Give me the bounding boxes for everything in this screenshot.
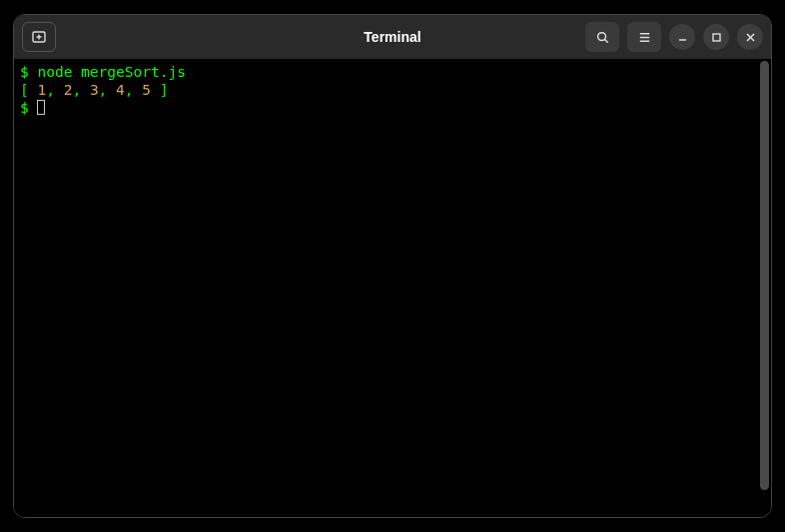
svg-point-3 [597, 32, 605, 40]
bracket-close: ] [151, 82, 168, 98]
terminal-line-3: $ [20, 99, 765, 117]
prompt-symbol: $ [20, 100, 29, 116]
bracket-open: [ [20, 82, 37, 98]
terminal-window: Terminal [13, 14, 772, 518]
svg-rect-9 [713, 34, 720, 41]
close-button[interactable] [737, 24, 763, 50]
separator: , [46, 82, 55, 98]
scrollbar[interactable] [760, 61, 769, 490]
minimize-icon [677, 32, 688, 43]
separator: , [125, 82, 134, 98]
hamburger-icon [637, 30, 652, 45]
command-text: node mergeSort.js [37, 64, 185, 80]
new-tab-icon [31, 29, 47, 45]
menu-button[interactable] [627, 22, 661, 52]
cursor [37, 100, 45, 115]
search-icon [595, 30, 610, 45]
terminal-line-1: $ node mergeSort.js [20, 63, 765, 81]
separator: , [72, 82, 81, 98]
right-controls [585, 22, 763, 52]
separator: , [99, 82, 108, 98]
maximize-icon [711, 32, 722, 43]
maximize-button[interactable] [703, 24, 729, 50]
titlebar: Terminal [14, 15, 771, 59]
new-tab-button[interactable] [22, 22, 56, 52]
window-title: Terminal [364, 29, 420, 45]
output-value: 1 [37, 82, 46, 98]
terminal-body[interactable]: $ node mergeSort.js [ 1, 2, 3, 4, 5 ] $ [14, 59, 771, 517]
search-button[interactable] [585, 22, 619, 52]
close-icon [745, 32, 756, 43]
terminal-line-2: [ 1, 2, 3, 4, 5 ] [20, 81, 765, 99]
output-value: 3 [90, 82, 99, 98]
output-value: 4 [116, 82, 125, 98]
svg-line-4 [604, 39, 607, 42]
minimize-button[interactable] [669, 24, 695, 50]
output-value: 5 [142, 82, 151, 98]
prompt-symbol: $ [20, 64, 29, 80]
